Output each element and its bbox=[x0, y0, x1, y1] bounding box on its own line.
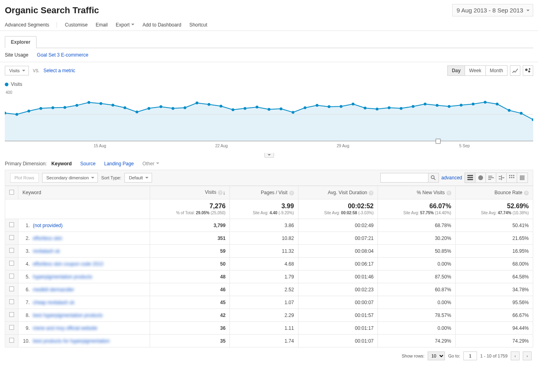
dim-keyword[interactable]: Keyword bbox=[51, 161, 72, 167]
select-all-checkbox[interactable] bbox=[9, 190, 14, 195]
dim-other-dropdown[interactable]: Other bbox=[142, 161, 159, 167]
col-visits[interactable]: Visits?↓ bbox=[150, 186, 230, 199]
cell-bounce: 95.56% bbox=[455, 296, 533, 309]
keyword-link[interactable]: hyperpigmentation products bbox=[33, 274, 92, 280]
row-checkbox[interactable] bbox=[9, 338, 14, 343]
svg-point-37 bbox=[400, 107, 402, 110]
view-performance-icon[interactable] bbox=[486, 173, 496, 183]
tab-explorer[interactable]: Explorer bbox=[5, 36, 37, 48]
cell-new-visits: 60.87% bbox=[378, 283, 455, 296]
cell-new-visits: 0.00% bbox=[378, 258, 455, 270]
time-month-button[interactable]: Month bbox=[486, 66, 507, 75]
svg-rect-59 bbox=[499, 176, 501, 177]
row-checkbox[interactable] bbox=[9, 222, 14, 227]
row-checkbox[interactable] bbox=[9, 312, 14, 317]
time-week-button[interactable]: Week bbox=[465, 66, 485, 75]
cell-pages: 1.74 bbox=[230, 335, 298, 347]
cell-visits: 50 bbox=[150, 258, 230, 270]
row-index: 4. bbox=[22, 261, 30, 267]
summary-new-visits: 66.07%Site Avg: 57.75% (14.40%) bbox=[378, 199, 455, 219]
plot-rows-button[interactable]: Plot Rows bbox=[10, 173, 39, 183]
time-day-button[interactable]: Day bbox=[448, 66, 465, 75]
next-page-button[interactable]: › bbox=[523, 351, 532, 360]
visits-chart[interactable]: 400 200 15 Aug 22 Aug 29 Aug 5 Sep bbox=[5, 88, 533, 152]
subtab-site-usage[interactable]: Site Usage bbox=[5, 52, 28, 58]
chart-expand-handle[interactable] bbox=[264, 153, 274, 158]
keyword-link[interactable]: effortless skin bbox=[33, 236, 62, 241]
col-bounce[interactable]: Bounce Rate? bbox=[455, 186, 533, 199]
secondary-dimension-dropdown[interactable]: Secondary dimension bbox=[42, 173, 98, 183]
row-index: 1. bbox=[22, 223, 30, 228]
select-metric-link[interactable]: Select a metric bbox=[43, 68, 75, 73]
col-new-visits[interactable]: % New Visits? bbox=[378, 186, 455, 199]
email-button[interactable]: Email bbox=[95, 22, 108, 28]
svg-rect-58 bbox=[501, 175, 502, 180]
rows-per-page-select[interactable]: 10 bbox=[428, 351, 445, 360]
table-row: 10.best products for hyperpigmentation35… bbox=[5, 335, 533, 347]
goto-page-input[interactable] bbox=[463, 351, 477, 360]
keyword-link[interactable]: mene and moy official website bbox=[33, 325, 97, 331]
keyword-link[interactable]: best hyperpigmentation products bbox=[33, 313, 103, 318]
cell-visits: 351 bbox=[150, 232, 230, 245]
primary-metric-dropdown[interactable]: Visits bbox=[5, 66, 29, 75]
row-checkbox[interactable] bbox=[9, 299, 14, 304]
dim-landing-page[interactable]: Landing Page bbox=[104, 161, 134, 167]
keyword-link[interactable]: cheap revitalash uk bbox=[33, 300, 74, 305]
report-toolbar: Advanced Segments Customise Email Export… bbox=[0, 20, 538, 30]
keyword-link[interactable]: best products for hyperpigmentation bbox=[33, 338, 110, 344]
col-keyword[interactable]: Keyword bbox=[18, 186, 150, 199]
row-checkbox[interactable] bbox=[9, 248, 14, 253]
search-icon[interactable] bbox=[428, 173, 439, 183]
row-checkbox[interactable] bbox=[9, 274, 14, 278]
cell-duration: 00:00:07 bbox=[298, 296, 378, 309]
date-range-picker[interactable]: 9 Aug 2013 - 8 Sep 2013 bbox=[452, 4, 533, 16]
cell-visits: 35 bbox=[150, 335, 230, 347]
svg-point-49 bbox=[431, 176, 434, 179]
advanced-filter-link[interactable]: advanced bbox=[441, 175, 462, 181]
table-search-input[interactable] bbox=[380, 173, 428, 183]
subtab-goal-set[interactable]: Goal Set 3 bbox=[37, 52, 60, 58]
subtab-ecommerce[interactable]: E-commerce bbox=[61, 52, 88, 58]
export-button[interactable]: Export bbox=[116, 22, 134, 28]
customise-button[interactable]: Customise bbox=[65, 22, 88, 28]
sort-type-dropdown[interactable]: Default bbox=[124, 173, 152, 183]
chart-slider-handle[interactable] bbox=[436, 139, 441, 144]
svg-point-44 bbox=[484, 101, 487, 104]
row-checkbox[interactable] bbox=[9, 261, 14, 266]
keyword-link[interactable]: revitalash uk bbox=[33, 248, 60, 254]
prev-page-button[interactable]: ‹ bbox=[511, 351, 520, 360]
svg-point-14 bbox=[124, 106, 126, 109]
view-pivot-icon[interactable] bbox=[507, 173, 517, 183]
col-pages[interactable]: Pages / Visit? bbox=[230, 186, 298, 199]
row-checkbox[interactable] bbox=[9, 325, 14, 330]
keyword-link[interactable]: (not provided) bbox=[33, 223, 63, 228]
chart-type-icon[interactable] bbox=[510, 65, 520, 76]
view-table-icon[interactable] bbox=[465, 173, 475, 183]
view-cloud-icon[interactable] bbox=[517, 173, 528, 183]
add-to-dashboard-button[interactable]: Add to Dashboard bbox=[142, 22, 181, 28]
svg-point-33 bbox=[352, 103, 355, 106]
svg-point-46 bbox=[508, 109, 511, 112]
row-checkbox[interactable] bbox=[9, 286, 14, 291]
time-granularity-group: Day Week Month bbox=[447, 65, 508, 76]
keyword-link[interactable]: effortless skin coupon code 2013 bbox=[33, 261, 103, 267]
col-duration[interactable]: Avg. Visit Duration? bbox=[298, 186, 378, 199]
row-checkbox[interactable] bbox=[9, 235, 14, 240]
cell-new-visits: 0.00% bbox=[378, 322, 455, 335]
advanced-segments-button[interactable]: Advanced Segments bbox=[5, 22, 57, 28]
svg-point-1 bbox=[528, 71, 530, 73]
shortcut-button[interactable]: Shortcut bbox=[189, 22, 207, 28]
cell-bounce: 68.00% bbox=[455, 258, 533, 270]
view-pie-icon[interactable] bbox=[475, 173, 486, 183]
cell-pages: 1.07 bbox=[230, 296, 298, 309]
row-index: 8. bbox=[22, 313, 30, 318]
view-comparison-icon[interactable] bbox=[496, 173, 507, 183]
motion-chart-icon[interactable] bbox=[523, 65, 533, 76]
keyword-link[interactable]: medik8 dermaroller bbox=[33, 287, 74, 292]
svg-point-26 bbox=[268, 108, 270, 111]
dim-source[interactable]: Source bbox=[80, 161, 95, 167]
cell-pages: 2.52 bbox=[230, 283, 298, 296]
cell-bounce: 50.41% bbox=[455, 219, 533, 232]
svg-point-27 bbox=[280, 108, 282, 110]
svg-point-31 bbox=[328, 105, 331, 108]
